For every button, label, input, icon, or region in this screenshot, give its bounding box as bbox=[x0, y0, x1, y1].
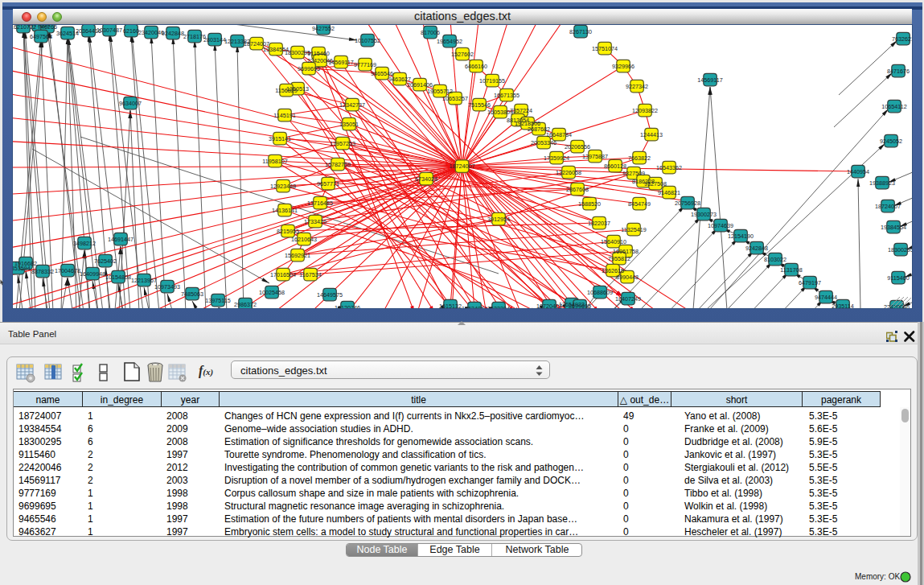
svg-text:13975115: 13975115 bbox=[205, 297, 230, 304]
svg-text:9699695: 9699695 bbox=[298, 65, 320, 72]
svg-text:18300295: 18300295 bbox=[888, 246, 912, 253]
svg-text:9227342: 9227342 bbox=[626, 83, 648, 90]
svg-text:14569117: 14569117 bbox=[697, 76, 722, 84]
svg-text:9245052: 9245052 bbox=[880, 138, 902, 145]
svg-text:1131708: 1131708 bbox=[780, 266, 802, 274]
svg-text:7955812: 7955812 bbox=[608, 255, 630, 262]
svg-text:23420046: 23420046 bbox=[138, 29, 164, 36]
svg-text:10719155: 10719155 bbox=[479, 77, 505, 84]
svg-text:746266: 746266 bbox=[38, 25, 57, 31]
svg-text:8454749: 8454749 bbox=[628, 200, 651, 208]
svg-text:1527602: 1527602 bbox=[451, 51, 474, 58]
svg-text:20756928: 20756928 bbox=[675, 200, 700, 207]
svg-text:13716485: 13716485 bbox=[307, 200, 333, 207]
svg-text:16120746: 16120746 bbox=[335, 304, 360, 309]
svg-text:8103022: 8103022 bbox=[764, 256, 786, 263]
svg-text:817006: 817006 bbox=[421, 29, 440, 36]
svg-text:16961758: 16961758 bbox=[613, 248, 639, 255]
svg-text:12342737: 12342737 bbox=[339, 101, 365, 109]
svg-text:8215955: 8215955 bbox=[277, 228, 299, 235]
svg-text:2718176: 2718176 bbox=[183, 33, 206, 40]
svg-text:19388923: 19388923 bbox=[869, 179, 895, 187]
svg-text:16671355: 16671355 bbox=[494, 92, 519, 99]
svg-text:13524851: 13524851 bbox=[462, 305, 487, 309]
svg-text:9115460: 9115460 bbox=[887, 274, 909, 282]
svg-text:18407249: 18407249 bbox=[615, 295, 641, 303]
svg-text:16648784: 16648784 bbox=[546, 131, 572, 138]
svg-text:12923448: 12923448 bbox=[270, 183, 296, 190]
svg-text:9327509: 9327509 bbox=[622, 170, 645, 177]
svg-text:10688609: 10688609 bbox=[587, 289, 613, 296]
svg-text:8267130: 8267130 bbox=[569, 28, 592, 35]
svg-text:1156829: 1156829 bbox=[275, 87, 297, 94]
svg-text:3915141: 3915141 bbox=[269, 135, 291, 142]
svg-text:17359924: 17359924 bbox=[544, 154, 569, 162]
svg-text:9327508: 9327508 bbox=[644, 180, 667, 187]
svg-text:13226058: 13226058 bbox=[556, 169, 581, 176]
svg-text:62160: 62160 bbox=[123, 27, 139, 35]
svg-text:8878332: 8878332 bbox=[31, 268, 54, 275]
svg-text:6497568: 6497568 bbox=[30, 33, 52, 40]
svg-text:7485063: 7485063 bbox=[181, 290, 203, 298]
svg-text:14136141: 14136141 bbox=[272, 207, 298, 214]
svg-text:8990448: 8990448 bbox=[616, 274, 639, 281]
svg-text:8471676: 8471676 bbox=[887, 68, 910, 75]
svg-text:10154808: 10154808 bbox=[105, 274, 131, 281]
svg-text:9657771: 9657771 bbox=[317, 180, 339, 187]
svg-text:1244413: 1244413 bbox=[640, 131, 663, 138]
svg-text:16409948: 16409948 bbox=[80, 270, 105, 278]
svg-text:10653257: 10653257 bbox=[442, 95, 468, 102]
svg-text:9115460: 9115460 bbox=[307, 50, 329, 57]
svg-text:1440954: 1440954 bbox=[847, 168, 869, 175]
svg-text:12154190: 12154190 bbox=[728, 233, 754, 240]
svg-text:8699695: 8699695 bbox=[569, 303, 591, 309]
svg-text:2803144: 2803144 bbox=[203, 36, 226, 43]
svg-text:10654112: 10654112 bbox=[881, 103, 906, 110]
svg-text:14649575: 14649575 bbox=[317, 291, 343, 299]
svg-text:19055712: 19055712 bbox=[427, 88, 453, 95]
svg-text:7663822: 7663822 bbox=[628, 154, 651, 162]
svg-text:15640910: 15640910 bbox=[601, 238, 626, 245]
svg-text:11958107: 11958107 bbox=[262, 158, 287, 165]
svg-text:17004678: 17004678 bbox=[55, 267, 80, 274]
svg-text:6479197: 6479197 bbox=[799, 279, 821, 286]
svg-text:10973493: 10973493 bbox=[154, 283, 180, 290]
svg-text:1522204: 1522204 bbox=[487, 305, 510, 309]
svg-text:14569117: 14569117 bbox=[328, 59, 353, 66]
svg-text:6734028: 6734028 bbox=[415, 175, 437, 183]
svg-text:1822037: 1822037 bbox=[588, 220, 610, 227]
svg-text:7632621: 7632621 bbox=[892, 35, 912, 43]
svg-text:18300295: 18300295 bbox=[285, 49, 310, 56]
svg-text:13975887: 13975887 bbox=[582, 153, 608, 160]
svg-text:10307487: 10307487 bbox=[97, 27, 122, 34]
svg-text:15751074: 15751074 bbox=[592, 45, 618, 52]
svg-text:10025458: 10025458 bbox=[259, 289, 285, 296]
svg-text:19300273: 19300273 bbox=[691, 211, 717, 218]
svg-text:135051: 135051 bbox=[339, 121, 359, 128]
svg-text:7515546: 7515546 bbox=[468, 101, 491, 109]
svg-text:16210643: 16210643 bbox=[291, 236, 317, 243]
svg-text:12093822: 12093822 bbox=[632, 107, 658, 114]
svg-text:7357224: 7357224 bbox=[510, 107, 532, 114]
svg-text:10107552: 10107552 bbox=[355, 37, 380, 44]
svg-text:16543362: 16543362 bbox=[656, 164, 682, 171]
svg-text:2986372: 2986372 bbox=[234, 301, 257, 308]
svg-text:20206556: 20206556 bbox=[565, 143, 590, 150]
svg-text:8660128: 8660128 bbox=[604, 163, 626, 170]
svg-text:16782759: 16782759 bbox=[325, 161, 351, 168]
svg-text:18724007: 18724007 bbox=[450, 163, 475, 170]
svg-text:1588520: 1588520 bbox=[578, 200, 601, 208]
svg-text:15692921: 15692921 bbox=[285, 252, 310, 259]
svg-text:1167534: 1167534 bbox=[299, 271, 321, 278]
svg-text:12213382: 12213382 bbox=[224, 38, 250, 45]
svg-text:1733426: 1733426 bbox=[304, 218, 326, 225]
svg-text:6466160: 6466160 bbox=[465, 63, 487, 70]
svg-text:17957253: 17957253 bbox=[330, 140, 355, 147]
svg-text:9242848: 9242848 bbox=[745, 245, 768, 252]
svg-text:9329966: 9329966 bbox=[612, 63, 634, 70]
svg-text:18724007: 18724007 bbox=[875, 203, 901, 210]
svg-text:20053346: 20053346 bbox=[531, 139, 556, 146]
svg-text:9634007: 9634007 bbox=[119, 100, 142, 107]
svg-text:11325419: 11325419 bbox=[621, 226, 646, 233]
svg-text:9427552: 9427552 bbox=[312, 25, 335, 32]
